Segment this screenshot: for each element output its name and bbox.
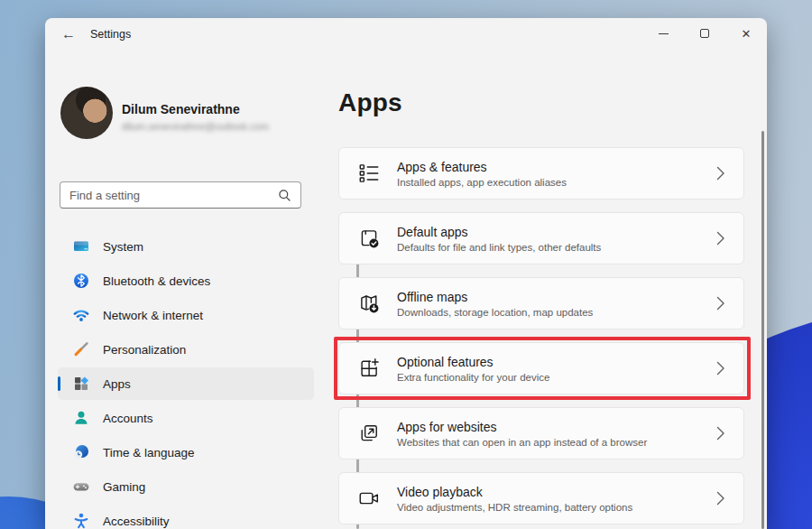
- maximize-button[interactable]: [684, 18, 725, 49]
- sidebar-item-label: Personalization: [103, 343, 186, 357]
- search-input[interactable]: [69, 189, 278, 202]
- chevron-right-icon: [716, 231, 725, 246]
- settings-card-list: Apps & features Installed apps, app exec…: [338, 147, 744, 529]
- sidebar-item-label: Bluetooth & devices: [103, 274, 210, 288]
- video-playback-icon: [357, 487, 381, 510]
- time-language-icon: [72, 443, 90, 461]
- sidebar-item-apps[interactable]: Apps: [58, 367, 314, 400]
- selected-accent-bar: [58, 376, 60, 391]
- sidebar-item-accounts[interactable]: Accounts: [58, 402, 314, 434]
- network-icon: [72, 306, 90, 324]
- personalization-icon: [72, 340, 90, 358]
- back-arrow-icon: ←: [61, 26, 76, 42]
- card-title: Video playback: [397, 485, 716, 499]
- page-title: Apps: [338, 88, 402, 117]
- sidebar-item-time-language[interactable]: Time & language: [58, 436, 314, 469]
- chevron-right-icon: [716, 166, 725, 181]
- offline-maps-icon: [357, 292, 381, 315]
- card-subtitle: Installed apps, app execution aliases: [397, 177, 716, 188]
- back-button[interactable]: ←: [56, 23, 81, 45]
- card-optional-features[interactable]: Optional features Extra functionality fo…: [338, 342, 744, 394]
- sidebar-item-label: Accessibility: [103, 515, 170, 528]
- sidebar-item-system[interactable]: System: [58, 230, 314, 263]
- sidebar-item-label: Gaming: [103, 480, 145, 494]
- bluetooth-icon: [72, 272, 90, 290]
- card-default-apps[interactable]: Default apps Defaults for file and link …: [338, 212, 744, 264]
- settings-window: ← Settings ✕ Dilum Senevirathne dilum.se…: [45, 18, 767, 529]
- card-title: Apps & features: [397, 160, 716, 174]
- sidebar-item-label: Time & language: [103, 446, 195, 459]
- content-scrollbar[interactable]: [761, 131, 764, 529]
- titlebar: ← Settings ✕: [45, 18, 767, 51]
- search-icon: [278, 189, 291, 202]
- sidebar-item-accessibility[interactable]: Accessibility: [58, 505, 314, 529]
- minimize-button[interactable]: [642, 18, 684, 49]
- sidebar-item-personalization[interactable]: Personalization: [58, 333, 314, 366]
- card-title: Optional features: [397, 355, 716, 369]
- sidebar-item-gaming[interactable]: Gaming: [58, 470, 314, 503]
- default-apps-icon: [357, 227, 381, 250]
- content-pane: Apps Apps & features Installed apps, app…: [338, 51, 767, 529]
- profile-name: Dilum Senevirathne: [122, 102, 240, 116]
- card-subtitle: Video adjustments, HDR streaming, batter…: [397, 502, 716, 513]
- chevron-right-icon: [716, 361, 725, 376]
- sidebar: Dilum Senevirathne dilum.senevirathne@ou…: [45, 51, 327, 529]
- apps-icon: [72, 375, 90, 393]
- sidebar-item-label: Network & internet: [103, 309, 203, 322]
- sidebar-item-label: System: [103, 240, 143, 254]
- optional-features-icon: [357, 357, 381, 380]
- apps-for-websites-icon: [357, 422, 381, 445]
- sidebar-item-network[interactable]: Network & internet: [58, 299, 314, 331]
- sidebar-nav: System Bluetooth & devices: [45, 228, 327, 529]
- accounts-icon: [72, 409, 90, 427]
- card-title: Apps for websites: [397, 420, 716, 434]
- system-icon: [72, 237, 90, 255]
- card-subtitle: Defaults for file and link types, other …: [397, 242, 716, 253]
- card-subtitle: Extra functionality for your device: [397, 372, 716, 383]
- apps-features-icon: [357, 162, 381, 185]
- avatar[interactable]: [60, 87, 113, 139]
- card-title: Offline maps: [397, 290, 716, 304]
- maximize-icon: [700, 29, 709, 38]
- sidebar-item-label: Accounts: [103, 412, 153, 425]
- chevron-right-icon: [716, 491, 725, 506]
- card-title: Default apps: [397, 225, 716, 239]
- gaming-icon: [72, 478, 90, 496]
- card-subtitle: Downloads, storage location, map updates: [397, 307, 716, 318]
- close-button[interactable]: ✕: [725, 18, 767, 49]
- card-offline-maps[interactable]: Offline maps Downloads, storage location…: [338, 277, 744, 329]
- card-apps-for-websites[interactable]: Apps for websites Websites that can open…: [338, 407, 744, 459]
- chevron-right-icon: [716, 296, 725, 311]
- accessibility-icon: [72, 512, 90, 529]
- sidebar-item-bluetooth[interactable]: Bluetooth & devices: [58, 264, 314, 297]
- window-title: Settings: [90, 28, 131, 41]
- sidebar-item-label: Apps: [103, 377, 131, 391]
- chevron-right-icon: [716, 426, 725, 441]
- search-box[interactable]: [60, 181, 301, 209]
- close-icon: ✕: [742, 28, 752, 40]
- profile-email-blurred: dilum.senevirathne@outlook.com: [122, 121, 269, 132]
- card-video-playback[interactable]: Video playback Video adjustments, HDR st…: [338, 472, 744, 524]
- card-subtitle: Websites that can open in an app instead…: [397, 437, 716, 448]
- card-apps-features[interactable]: Apps & features Installed apps, app exec…: [338, 147, 744, 200]
- minimize-icon: [659, 33, 669, 34]
